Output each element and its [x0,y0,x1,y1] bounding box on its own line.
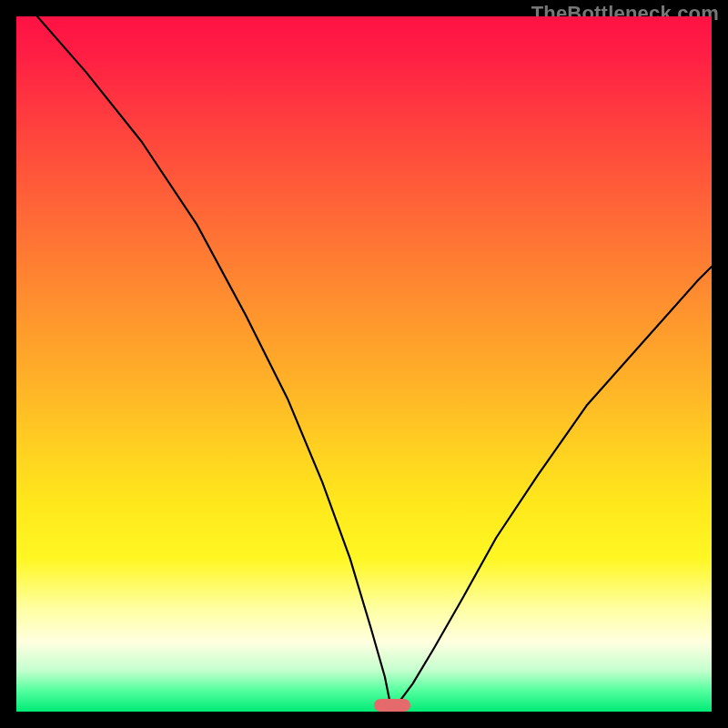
curve-left-branch [37,16,392,712]
curve-right-branch [392,267,712,712]
bottleneck-curve [16,16,712,712]
minimum-marker [374,699,410,712]
chart-plot [16,16,712,712]
chart-frame: TheBottleneck.com [0,0,728,728]
